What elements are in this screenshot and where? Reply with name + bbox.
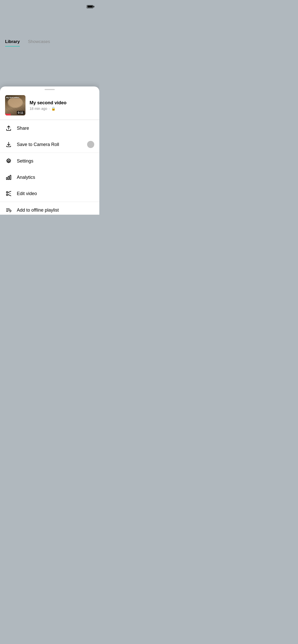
- menu-item-analytics-label: Analytics: [17, 175, 35, 180]
- video-thumbnail: My first video 0:11: [5, 95, 25, 115]
- analytics-icon: [5, 174, 12, 181]
- sheet-handle: [0, 86, 99, 92]
- menu-item-share-label: Share: [17, 126, 29, 131]
- video-title: My second video: [30, 100, 94, 106]
- menu-item-playlist-label: Add to offline playlist: [17, 208, 59, 213]
- video-duration-badge: 0:11: [17, 111, 24, 114]
- svg-rect-8: [10, 175, 11, 180]
- download-icon: [5, 141, 12, 148]
- tab-library[interactable]: Library: [5, 39, 20, 46]
- svg-line-12: [8, 195, 11, 196]
- menu-item-edit-label: Edit video: [17, 191, 37, 196]
- scissors-icon: [5, 190, 12, 197]
- svg-line-11: [8, 191, 11, 193]
- menu-item-offline-playlist[interactable]: Add to offline playlist: [0, 202, 99, 215]
- menu-item-share[interactable]: Share: [0, 120, 99, 136]
- tab-showcases[interactable]: Showcases: [28, 39, 50, 46]
- battery-icon: [87, 5, 93, 8]
- video-meta: 18 min ago · 🔒: [30, 107, 94, 111]
- svg-marker-17: [10, 210, 11, 212]
- playlist-icon: [5, 207, 12, 214]
- share-icon: [5, 125, 12, 132]
- svg-rect-7: [8, 176, 9, 180]
- settings-icon: [5, 157, 12, 165]
- lock-icon: 🔒: [51, 107, 56, 111]
- menu-item-settings-label: Settings: [17, 158, 33, 164]
- bottom-sheet: My first video 0:11 My second video 18 m…: [0, 86, 99, 215]
- menu-item-save-camera[interactable]: Save to Camera Roll: [0, 136, 99, 153]
- menu-item-edit-video[interactable]: Edit video: [0, 185, 99, 202]
- svg-rect-6: [6, 178, 7, 180]
- video-thumb-label: My first video: [6, 96, 19, 99]
- scroll-indicator: [87, 141, 94, 148]
- menu-item-save-label: Save to Camera Roll: [17, 142, 59, 147]
- video-preview-row: My first video 0:11 My second video 18 m…: [0, 92, 99, 120]
- menu-item-analytics[interactable]: Analytics: [0, 169, 99, 185]
- svg-point-5: [8, 160, 9, 162]
- video-info: My second video 18 min ago · 🔒: [30, 100, 94, 111]
- menu-item-settings[interactable]: Settings: [0, 153, 99, 169]
